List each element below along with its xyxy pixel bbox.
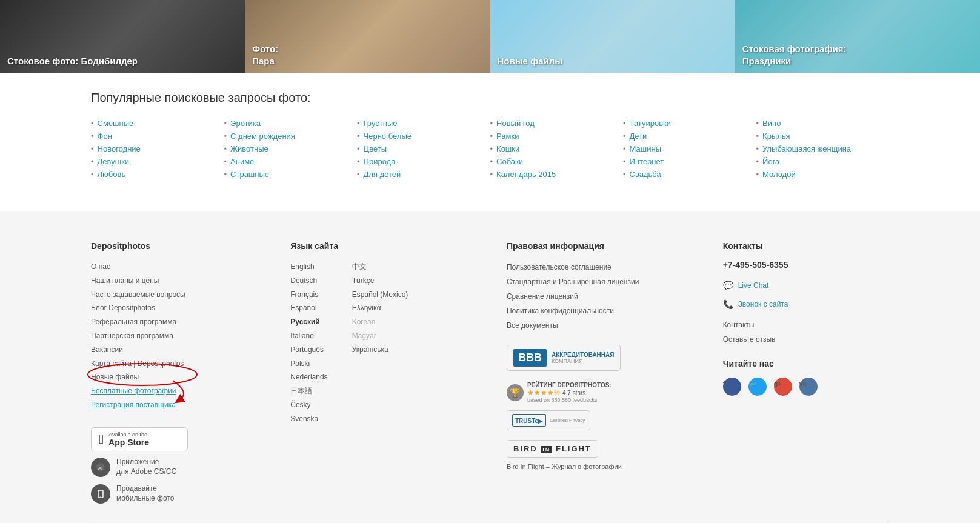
footer-link-free-photos[interactable]: Бесплатные фотографии (91, 384, 290, 398)
legal-licenses[interactable]: Стандартная и Расширенная лицензии (507, 275, 723, 289)
popular-col-4: Новый год Рамки Кошки Собаки Календарь 2… (490, 117, 624, 181)
list-item[interactable]: Свадьба (623, 168, 756, 181)
adobe-item[interactable]: Ai Приложениедля Adobe CS/CC (91, 458, 290, 477)
hero-bodybuilder[interactable]: Стоковое фото: Бодибилдер (0, 0, 245, 73)
footer-link-blog[interactable]: Блог Depositphotos (91, 301, 290, 315)
lang-turkce[interactable]: Türkçe (352, 274, 408, 288)
list-item[interactable]: Природа (357, 155, 490, 168)
adobe-text: Приложениедля Adobe CS/CC (116, 458, 176, 476)
list-item[interactable]: Вино (756, 117, 890, 130)
list-item[interactable]: Для детей (357, 168, 490, 181)
lang-cesky[interactable]: Česky (290, 398, 327, 412)
footer-link-partner[interactable]: Партнерская программа (91, 329, 290, 343)
phone-number: +7-495-505-6355 (723, 260, 889, 270)
list-item[interactable]: Эротика (224, 117, 358, 130)
lang-svenska[interactable]: Svenska (290, 412, 327, 426)
footer-link-about[interactable]: О нас (91, 260, 290, 274)
list-item[interactable]: Улыбающаяся женщина (756, 142, 890, 155)
list-item[interactable]: Дети (623, 130, 756, 142)
truste-badge[interactable]: TRUSTe▶ Certified Privacy (507, 410, 590, 430)
app-store-available: Available on the (108, 431, 149, 438)
popular-title: Популярные поисковые запросы фото: (91, 91, 889, 105)
popular-section: Популярные поисковые запросы фото: Смешн… (0, 73, 980, 193)
popular-col-3: Грустные Черно белые Цветы Природа Для д… (357, 117, 490, 181)
twitter-icon[interactable]: 🐦 (748, 378, 767, 396)
rating-label: РЕЙТИНГ DEPOSITPHOTOS: (527, 382, 612, 388)
list-item[interactable]: Любовь (91, 168, 224, 181)
lang-chinese[interactable]: 中文 (352, 260, 408, 274)
vk-icon[interactable]: vk (799, 378, 818, 396)
footer-link-register-supplier[interactable]: Регистрация поставщика (91, 398, 290, 412)
list-item[interactable]: Рамки (490, 130, 624, 142)
lang-portugues[interactable]: Português (290, 343, 327, 357)
list-item[interactable]: Грустные (357, 117, 490, 130)
lang-espanol[interactable]: Español (290, 301, 327, 315)
footer: Depositphotos О нас Наши планы и цены Ча… (0, 211, 980, 523)
list-item[interactable]: Смешные (91, 117, 224, 130)
lang-deutsch[interactable]: Deutsch (290, 274, 327, 288)
lang-francais[interactable]: Français (290, 288, 327, 302)
footer-link-plans[interactable]: Наши планы и цены (91, 274, 290, 288)
lang-espanol-mexico[interactable]: Español (Mexico) (352, 288, 408, 302)
footer-link-new-files[interactable]: Новые файлы (91, 370, 290, 384)
list-item[interactable]: Цветы (357, 142, 490, 155)
contact-us-link[interactable]: Контакты (723, 318, 889, 332)
bbb-badge[interactable]: BBB АККРЕДИТОВАННАЯ КОМПАНИЯ (507, 345, 621, 371)
popular-col-6: Вино Крылья Улыбающаяся женщина Йога Мол… (756, 117, 890, 181)
lang-nederlands[interactable]: Nederlands (290, 370, 327, 384)
list-item[interactable]: Аниме (224, 155, 358, 168)
list-item[interactable]: Машины (623, 142, 756, 155)
call-back-item[interactable]: 📞 Звонок с сайта (723, 298, 889, 311)
footer-link-vacancies[interactable]: Вакансии (91, 343, 290, 357)
lang-greek[interactable]: Ελληνικά (352, 301, 408, 315)
legal-user-agreement[interactable]: Пользовательское соглашение (507, 260, 723, 275)
list-item[interactable]: Собаки (490, 155, 624, 168)
list-item[interactable]: Новый год (490, 117, 624, 130)
footer-link-referral[interactable]: Реферальная программа (91, 315, 290, 329)
bird-badge[interactable]: BIRD IN FLIGHT (507, 440, 598, 458)
legal-privacy[interactable]: Политика конфиденциальности (507, 304, 723, 318)
footer-depositphotos-title: Depositphotos (91, 241, 290, 251)
hero-new-files[interactable]: Новые файлы (490, 0, 735, 73)
lang-english[interactable]: English (290, 260, 327, 274)
lang-col-2: 中文 Türkçe Español (Mexico) Ελληνικά Kore… (352, 260, 408, 426)
list-item[interactable]: Животные (224, 142, 358, 155)
leave-review-link[interactable]: Оставьте отзыв (723, 332, 889, 347)
hero-label-2: Фото:Пара (252, 43, 278, 67)
svg-point-4 (100, 496, 101, 497)
rating-value: 4.7 stars (562, 390, 585, 396)
lang-russian[interactable]: Русский (290, 315, 327, 329)
lang-polski[interactable]: Polski (290, 357, 327, 371)
live-chat-link[interactable]: Live Chat (738, 279, 769, 293)
app-store-badge[interactable]:  Available on the App Store (91, 427, 188, 451)
list-item[interactable]: Кошки (490, 142, 624, 155)
lang-japanese[interactable]: 日本語 (290, 384, 327, 398)
list-item[interactable]: Девушки (91, 155, 224, 168)
hero-holidays[interactable]: Стоковая фотография:Праздники (735, 0, 980, 73)
googleplus-icon[interactable]: g+ (774, 378, 792, 396)
footer-link-sitemap[interactable]: Карта сайта | Depositphotos (91, 357, 290, 371)
chat-icon: 💬 (723, 281, 733, 290)
list-item[interactable]: Молодой (756, 168, 890, 181)
list-item[interactable]: Календарь 2015 (490, 168, 624, 181)
list-item[interactable]: Страшные (224, 168, 358, 181)
footer-link-faq[interactable]: Часто задаваемые вопросы (91, 288, 290, 302)
mobile-item[interactable]: Продавайтемобильные фото (91, 484, 290, 504)
hero-couple[interactable]: Фото:Пара (245, 0, 490, 73)
legal-all-docs[interactable]: Все документы (507, 318, 723, 333)
lang-italiano[interactable]: Italiano (290, 329, 327, 343)
lang-ukrainian[interactable]: Українська (352, 343, 408, 357)
list-item[interactable]: Фон (91, 130, 224, 142)
legal-license-comparison[interactable]: Сравнение лицензий (507, 289, 723, 304)
list-item[interactable]: Новогодние (91, 142, 224, 155)
live-chat-item[interactable]: 💬 Live Chat (723, 279, 889, 293)
list-item[interactable]: С днем рождения (224, 130, 358, 142)
list-item[interactable]: Черно белые (357, 130, 490, 142)
list-item[interactable]: Татуировки (623, 117, 756, 130)
facebook-icon[interactable]: f (723, 378, 741, 396)
list-item[interactable]: Йога (756, 155, 890, 168)
list-item[interactable]: Крылья (756, 130, 890, 142)
call-back-link[interactable]: Звонок с сайта (738, 298, 788, 311)
footer-col-depositphotos: Depositphotos О нас Наши планы и цены Ча… (91, 241, 290, 504)
list-item[interactable]: Интернет (623, 155, 756, 168)
